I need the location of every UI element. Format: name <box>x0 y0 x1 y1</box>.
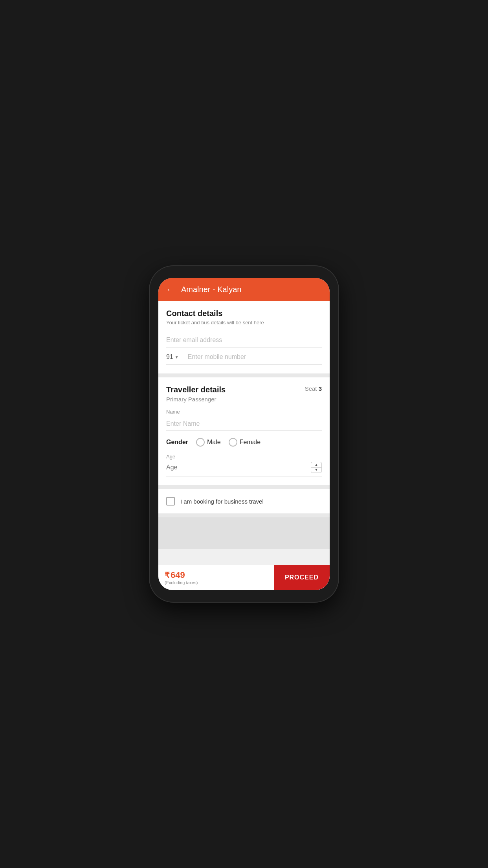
phone-row: 91 ▼ <box>166 353 322 365</box>
email-input[interactable] <box>166 333 322 348</box>
spinner-up-icon[interactable]: ▲ <box>311 462 321 468</box>
traveller-info: Traveller details Primary Passenger <box>166 385 226 403</box>
seat-info: Seat 3 <box>305 385 322 392</box>
screen-content: Contact details Your ticket and bus deta… <box>158 301 330 565</box>
seat-label: Seat <box>305 385 319 392</box>
phone-shell: ← Amalner - Kalyan Contact details Your … <box>150 266 338 602</box>
gender-label: Gender <box>166 439 188 446</box>
country-code-selector[interactable]: 91 ▼ <box>166 353 183 360</box>
male-radio-label: Male <box>207 439 221 446</box>
traveller-details-section: Traveller details Primary Passenger Seat… <box>158 377 330 485</box>
female-radio[interactable]: Female <box>229 438 261 447</box>
age-input[interactable] <box>166 464 311 471</box>
price-section: ₹649 (Excluding taxes) <box>158 565 274 590</box>
business-travel-checkbox[interactable] <box>166 497 175 506</box>
business-travel-label: I am booking for business travel <box>180 498 264 505</box>
contact-details-title: Contact details <box>166 309 322 318</box>
male-radio[interactable]: Male <box>196 438 221 447</box>
passenger-type-label: Primary Passenger <box>166 396 226 403</box>
business-travel-row: I am booking for business travel <box>166 497 322 506</box>
header-bar: ← Amalner - Kalyan <box>158 278 330 301</box>
age-spinner[interactable]: ▲ ▼ <box>311 462 322 473</box>
contact-details-subtitle: Your ticket and bus details will be sent… <box>166 320 322 326</box>
rupee-symbol: ₹ <box>165 571 170 579</box>
traveller-title: Traveller details <box>166 385 226 394</box>
female-radio-label: Female <box>240 439 261 446</box>
back-button[interactable]: ← <box>166 285 175 294</box>
dropdown-arrow-icon: ▼ <box>175 355 179 359</box>
business-travel-section: I am booking for business travel <box>158 489 330 513</box>
bottom-bar: ₹649 (Excluding taxes) PROCEED <box>158 565 330 590</box>
header-title: Amalner - Kalyan <box>181 285 241 294</box>
spinner-down-icon[interactable]: ▼ <box>311 468 321 473</box>
price-tax-note: (Excluding taxes) <box>165 580 268 585</box>
contact-details-section: Contact details Your ticket and bus deta… <box>158 301 330 373</box>
section-divider-2 <box>158 485 330 489</box>
phone-screen: ← Amalner - Kalyan Contact details Your … <box>158 278 330 590</box>
traveller-header: Traveller details Primary Passenger Seat… <box>166 385 322 403</box>
age-input-row: ▲ ▼ <box>166 462 322 476</box>
section-divider-3 <box>158 513 330 517</box>
age-field-label: Age <box>166 454 322 460</box>
gray-block <box>158 517 330 549</box>
price-value: 649 <box>171 570 185 580</box>
section-divider-1 <box>158 373 330 377</box>
name-field-label: Name <box>166 409 322 415</box>
phone-input[interactable] <box>188 353 322 360</box>
male-radio-circle <box>196 438 205 447</box>
female-radio-circle <box>229 438 237 447</box>
price-amount: ₹649 <box>165 570 268 580</box>
proceed-button[interactable]: PROCEED <box>274 565 330 590</box>
country-code-value: 91 <box>166 353 173 360</box>
name-input[interactable] <box>166 417 322 431</box>
age-group: Age ▲ ▼ <box>166 454 322 476</box>
seat-number: 3 <box>319 385 322 392</box>
gender-row: Gender Male Female <box>166 438 322 447</box>
